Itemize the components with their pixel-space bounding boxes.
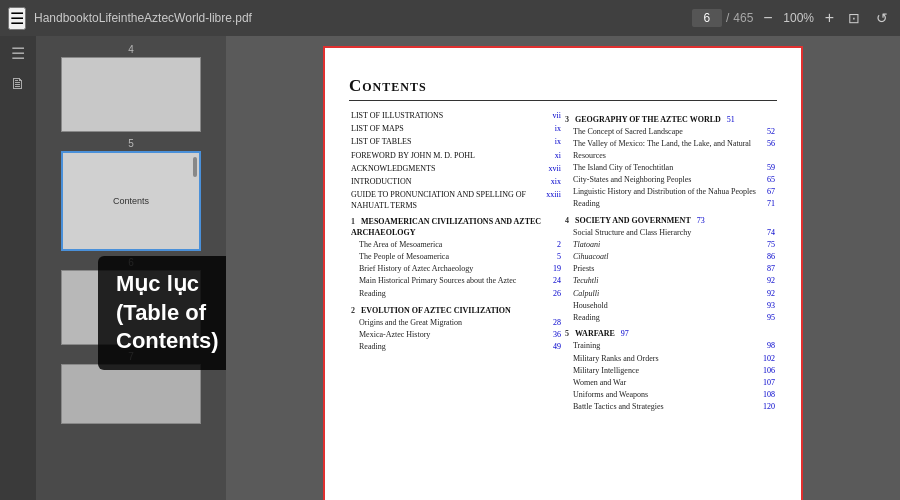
toc-entry-tables: LIST OF TABLES ix — [351, 136, 561, 147]
page-separator: / — [726, 11, 729, 25]
thumbnail-panel[interactable]: 4 5 Contents Mục lục (Table of Contents) — [36, 36, 226, 500]
toc-section-1-num: 1 — [351, 217, 355, 226]
toc-label-guide: GUIDE TO PRONUNCIATION AND SPELLING OF N… — [351, 189, 542, 211]
toc-sub-tenochtitlan: The Island City of Tenochtitlan 59 — [573, 162, 775, 173]
toc-sub-household: Household 93 — [573, 300, 775, 311]
toc-sub-reading-1: Reading 26 — [359, 288, 561, 299]
toc-sub-mexica-history: Mexica-Aztec History 36 — [359, 329, 561, 340]
thumbnail-4[interactable]: 4 — [42, 44, 220, 132]
toc-section-2-num: 2 — [351, 306, 355, 315]
toc-section-2-header: 2 EVOLUTION OF AZTEC CIVILIZATION — [351, 305, 561, 316]
thumb-page-num-5: 5 — [128, 138, 134, 149]
thumb-page-num-7: 7 — [128, 351, 134, 362]
toc-sub-uniforms: Uniforms and Weapons 108 — [573, 389, 775, 400]
toc-sub-tecuhtli: Tecuhtli 92 — [573, 275, 775, 286]
toc-entry-acknowledgments: ACKNOWLEDGMENTS xvii — [351, 163, 561, 174]
toc-sub-reading-4: Reading 95 — [573, 312, 775, 323]
zoom-out-button[interactable]: − — [761, 9, 774, 27]
toc-sub-reading-3: Reading 71 — [573, 198, 775, 209]
toc-sub-social-structure: Social Structure and Class Hierarchy 74 — [573, 227, 775, 238]
toc-label-foreword: FOREWORD BY JOHN M. D. POHL — [351, 150, 551, 161]
toc-sub-mesoamerica-people: The People of Mesoamerica 5 — [359, 251, 561, 262]
toc-section-3-title: GEOGRAPHY OF THE AZTEC WORLD — [575, 115, 721, 124]
toc-section-3-header: 3 GEOGRAPHY OF THE AZTEC WORLD 51 — [565, 114, 775, 125]
toc-label-illustrations: LIST OF ILLUSTRATIONS — [351, 110, 549, 121]
thumb-page-num-4: 4 — [128, 44, 134, 55]
toc-section-5-header: 5 WARFARE 97 — [565, 328, 775, 339]
toc-label-maps: LIST OF MAPS — [351, 123, 551, 134]
toc-sub-military-intelligence: Military Intelligence 106 — [573, 365, 775, 376]
toc-label-introduction: INTRODUCTION — [351, 176, 547, 187]
toc-entry-maps: LIST OF MAPS ix — [351, 123, 561, 134]
toc-page-illustrations: vii — [553, 110, 561, 121]
zoom-value: 100% — [779, 11, 819, 25]
toc-page-foreword: xi — [555, 150, 561, 161]
toc-sub-primary-sources: Main Historical Primary Sources about th… — [359, 275, 561, 286]
toc-page-tables: ix — [555, 136, 561, 147]
toc-page-introduction: xix — [551, 176, 561, 187]
menu-button[interactable]: ☰ — [8, 7, 26, 30]
fit-page-button[interactable]: ⊡ — [844, 8, 864, 28]
toc-left-column: LIST OF ILLUSTRATIONS vii LIST OF MAPS i… — [349, 109, 563, 415]
page-navigation: / 465 — [692, 9, 753, 27]
toc-page-acknowledgments: xvii — [549, 163, 561, 174]
zoom-controls: − 100% + — [761, 9, 836, 27]
filename-label: HandbooktoLifeintheAztecWorld-libre.pdf — [34, 11, 684, 25]
page-input[interactable] — [692, 9, 722, 27]
toc-sub-training: Training 98 — [573, 340, 775, 351]
toc-sub-linguistic-history: Linguistic History and Distribution of t… — [573, 186, 775, 197]
toc-sub-cihuacoatl: Cihuacoatl 86 — [573, 251, 775, 262]
toc-sub-priests: Priests 87 — [573, 263, 775, 274]
toc-entry-foreword: FOREWORD BY JOHN M. D. POHL xi — [351, 150, 561, 161]
thumbnail-5[interactable]: 5 Contents — [42, 138, 220, 251]
toc-section-2-title: EVOLUTION OF AZTEC CIVILIZATION — [361, 306, 511, 315]
main-area: ☰ 🗎 4 5 Contents Mục lục (Table of Conte… — [0, 36, 900, 500]
refresh-button[interactable]: ↺ — [872, 8, 892, 28]
zoom-in-button[interactable]: + — [823, 9, 836, 27]
left-icon-bar: ☰ 🗎 — [0, 36, 36, 500]
toolbar: ☰ HandbooktoLifeintheAztecWorld-libre.pd… — [0, 0, 900, 36]
toc-section-5-title: WARFARE — [575, 329, 615, 338]
toc-entry-introduction: INTRODUCTION xix — [351, 176, 561, 187]
sidebar-bookmark-icon[interactable]: 🗎 — [10, 75, 26, 93]
toc-right-column: 3 GEOGRAPHY OF THE AZTEC WORLD 51 The Co… — [563, 109, 777, 415]
toc-section-3-num: 3 — [565, 115, 569, 124]
pdf-page: Contents LIST OF ILLUSTRATIONS vii LIST … — [323, 46, 803, 500]
thumbnail-6[interactable]: 6 — [42, 257, 220, 345]
toc-label-tables: LIST OF TABLES — [351, 136, 551, 147]
toc-section-4-title: SOCIETY AND GOVERNMENT — [575, 216, 691, 225]
thumb-img-6[interactable] — [61, 270, 201, 345]
toc-table: LIST OF ILLUSTRATIONS vii LIST OF MAPS i… — [349, 109, 777, 415]
pdf-area: Contents LIST OF ILLUSTRATIONS vii LIST … — [226, 36, 900, 500]
toc-sub-military-ranks: Military Ranks and Orders 102 — [573, 353, 775, 364]
toc-sub-reading-2: Reading 49 — [359, 341, 561, 352]
sidebar-menu-icon[interactable]: ☰ — [11, 44, 25, 63]
toc-page-maps: ix — [555, 123, 561, 134]
toc-sub-origins: Origins and the Great Migration 28 — [359, 317, 561, 328]
toc-sub-tlatoani: Tlatoani 75 — [573, 239, 775, 250]
thumb-page-num-6: 6 — [128, 257, 134, 268]
thumb-scrollbar[interactable] — [193, 157, 197, 177]
toc-sub-valley-mexico: The Valley of Mexico: The Land, the Lake… — [573, 138, 775, 160]
toc-section-5-num: 5 — [565, 329, 569, 338]
toc-section-4-num: 4 — [565, 216, 569, 225]
toc-sub-women-war: Women and War 107 — [573, 377, 775, 388]
toc-sub-calpulli: Calpulli 92 — [573, 288, 775, 299]
thumb-img-5[interactable]: Contents — [61, 151, 201, 251]
toc-sub-battle-tactics: Battle Tactics and Strategies 120 — [573, 401, 775, 412]
toc-sub-sacred-landscape: The Concept of Sacred Landscape 52 — [573, 126, 775, 137]
thumb-img-7[interactable] — [61, 364, 201, 424]
thumbnail-7[interactable]: 7 — [42, 351, 220, 424]
toc-sub-mesoamerica-area: The Area of Mesoamerica 2 — [359, 239, 561, 250]
toc-entry-guide: GUIDE TO PRONUNCIATION AND SPELLING OF N… — [351, 189, 561, 211]
total-pages: 465 — [733, 11, 753, 25]
toc-entry-illustrations: LIST OF ILLUSTRATIONS vii — [351, 110, 561, 121]
toc-section-1-header: 1 MESOAMERICAN CIVILIZATIONS AND AZTEC A… — [351, 216, 561, 238]
thumb-img-4[interactable] — [61, 57, 201, 132]
toc-section-4-header: 4 SOCIETY AND GOVERNMENT 73 — [565, 215, 775, 226]
toc-section-1-title: MESOAMERICAN CIVILIZATIONS AND AZTEC ARC… — [351, 217, 541, 237]
toc-sub-aztec-archaeology: Brief History of Aztec Archaeology 19 — [359, 263, 561, 274]
toc-page-guide: xxiii — [546, 189, 561, 200]
pdf-page-title: Contents — [349, 76, 777, 101]
toc-sub-city-states: City-States and Neighboring Peoples 65 — [573, 174, 775, 185]
